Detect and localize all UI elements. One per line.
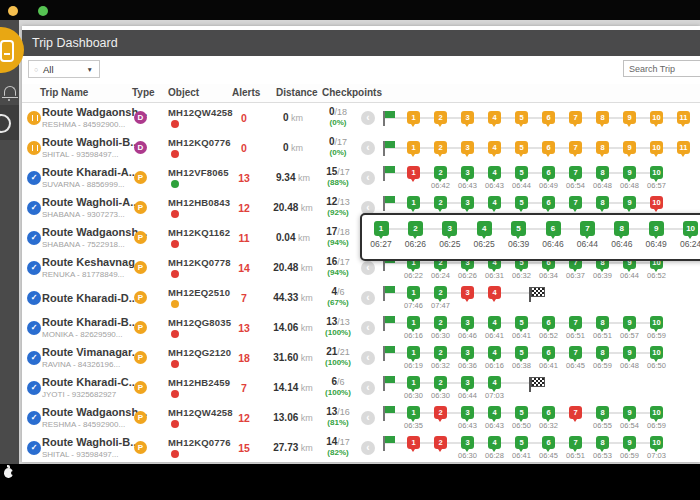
checkpoint-marker[interactable]: 3: [461, 346, 474, 359]
checkpoint-marker[interactable]: 2: [434, 111, 447, 124]
checkpoint-marker[interactable]: 10: [650, 436, 663, 449]
checkpoint-marker[interactable]: 8: [596, 111, 609, 124]
checkpoint-marker[interactable]: 2: [434, 376, 447, 389]
checkpoint-marker[interactable]: 5: [515, 111, 528, 124]
checkpoint-marker[interactable]: 8: [596, 166, 609, 179]
checkpoint-marker[interactable]: 8: [596, 196, 609, 209]
checkpoint-marker[interactable]: 10: [650, 141, 663, 154]
checkpoint-marker[interactable]: 4: [488, 376, 501, 389]
checkpoint-marker[interactable]: 11: [677, 111, 690, 124]
checkpoint-marker[interactable]: 3: [461, 141, 474, 154]
checkpoint-marker-zoomed[interactable]: 2: [408, 221, 423, 236]
checkpoint-marker[interactable]: 8: [596, 436, 609, 449]
checkpoint-marker[interactable]: 9: [623, 346, 636, 359]
sidebar-item-selected[interactable]: [0, 105, 19, 140]
checkpoint-marker[interactable]: 9: [623, 316, 636, 329]
zoom-button-icon[interactable]: [38, 6, 48, 16]
checkpoint-marker[interactable]: 4: [488, 406, 501, 419]
checkpoint-marker[interactable]: 1: [407, 141, 420, 154]
trip-row[interactable]: ✓Route Kharadi-A...SUVARNA - 8856999...P…: [22, 163, 700, 194]
checkpoint-marker[interactable]: 3: [461, 111, 474, 124]
checkpoint-marker[interactable]: 5: [515, 166, 528, 179]
trip-row[interactable]: ✓Route Wagholi-B...SHITAL - 93598497...P…: [22, 433, 700, 462]
checkpoint-marker[interactable]: 6: [542, 406, 555, 419]
checkpoint-marker[interactable]: 3: [461, 376, 474, 389]
checkpoint-marker[interactable]: 7: [569, 141, 582, 154]
checkpoint-marker-zoomed[interactable]: 4: [477, 221, 492, 236]
checkpoint-marker[interactable]: 8: [596, 141, 609, 154]
checkpoint-marker[interactable]: 2: [434, 406, 447, 419]
checkpoint-marker[interactable]: 8: [596, 406, 609, 419]
app-logo[interactable]: [0, 27, 24, 73]
checkpoint-marker[interactable]: 7: [569, 346, 582, 359]
checkpoint-marker[interactable]: 2: [434, 141, 447, 154]
checkpoint-marker[interactable]: 2: [434, 436, 447, 449]
checkpoint-marker-zoomed[interactable]: 8: [614, 221, 629, 236]
trip-row[interactable]: Route Wadgaonsh...RESHMA - 84592900...DM…: [22, 103, 700, 134]
trip-row[interactable]: ✓Route Kharadi-C...JYOTI - 9325682927PMH…: [22, 373, 700, 404]
checkpoint-marker[interactable]: 1: [407, 406, 420, 419]
checkpoint-marker[interactable]: 7: [569, 166, 582, 179]
minimize-button-icon[interactable]: [8, 6, 18, 16]
checkpoint-marker[interactable]: 9: [623, 166, 636, 179]
checkpoint-marker[interactable]: 7: [569, 111, 582, 124]
checkpoint-marker-zoomed[interactable]: 9: [649, 221, 664, 236]
checkpoint-marker[interactable]: 2: [434, 346, 447, 359]
checkpoint-marker[interactable]: 2: [434, 286, 447, 299]
checkpoint-marker[interactable]: 4: [488, 196, 501, 209]
checkpoint-marker[interactable]: 10: [650, 111, 663, 124]
checkpoint-marker[interactable]: 10: [650, 196, 663, 209]
checkpoint-marker[interactable]: 10: [650, 316, 663, 329]
checkpoint-marker[interactable]: 6: [542, 141, 555, 154]
checkpoint-marker[interactable]: 1: [407, 196, 420, 209]
trip-row[interactable]: ✓Route Vimanagar...RAVINA - 84326196...P…: [22, 343, 700, 374]
checkpoint-marker-zoomed[interactable]: 3: [442, 221, 457, 236]
checkpoint-marker-zoomed[interactable]: 10: [683, 221, 698, 236]
checkpoint-marker[interactable]: 4: [488, 346, 501, 359]
checkpoint-marker[interactable]: 9: [623, 406, 636, 419]
trip-row[interactable]: ✓Route Kharadi-D...PMH12EQ2510744.33 km4…: [22, 283, 700, 314]
checkpoint-marker[interactable]: 3: [461, 406, 474, 419]
trip-row[interactable]: ✓Route Wadgaonsh...RESHMA - 84592900...P…: [22, 403, 700, 434]
checkpoint-marker[interactable]: 4: [488, 436, 501, 449]
checkpoint-marker[interactable]: 2: [434, 166, 447, 179]
checkpoint-marker[interactable]: 6: [542, 346, 555, 359]
checkpoint-marker[interactable]: 5: [515, 346, 528, 359]
checkpoint-marker[interactable]: 5: [515, 196, 528, 209]
checkpoint-marker[interactable]: 1: [407, 111, 420, 124]
checkpoint-marker[interactable]: 9: [623, 196, 636, 209]
checkpoint-marker[interactable]: 9: [623, 436, 636, 449]
checkpoint-marker[interactable]: 3: [461, 196, 474, 209]
checkpoint-marker[interactable]: 5: [515, 141, 528, 154]
checkpoint-marker-zoomed[interactable]: 6: [546, 221, 561, 236]
checkpoint-marker[interactable]: 10: [650, 346, 663, 359]
checkpoint-marker[interactable]: 7: [569, 406, 582, 419]
checkpoint-marker[interactable]: 9: [623, 111, 636, 124]
checkpoint-marker[interactable]: 2: [434, 316, 447, 329]
search-trip-input[interactable]: [623, 60, 700, 77]
checkpoint-marker-zoomed[interactable]: 7: [580, 221, 595, 236]
checkpoint-marker[interactable]: 6: [542, 111, 555, 124]
checkpoint-marker[interactable]: 6: [542, 166, 555, 179]
checkpoint-marker[interactable]: 3: [461, 436, 474, 449]
checkpoint-marker[interactable]: 1: [407, 166, 420, 179]
checkpoint-marker[interactable]: 4: [488, 316, 501, 329]
trip-row[interactable]: Route Wagholi-B...SHITAL - 93598497...DM…: [22, 133, 700, 164]
trip-filter-dropdown[interactable]: ○ All ▼: [28, 60, 100, 78]
checkpoint-marker[interactable]: 6: [542, 436, 555, 449]
checkpoint-marker[interactable]: 2: [434, 196, 447, 209]
checkpoint-marker[interactable]: 5: [515, 316, 528, 329]
checkpoint-marker[interactable]: 1: [407, 376, 420, 389]
checkpoint-marker-zoomed[interactable]: 5: [511, 221, 526, 236]
checkpoint-marker[interactable]: 6: [542, 196, 555, 209]
checkpoint-marker[interactable]: 4: [488, 166, 501, 179]
checkpoint-marker[interactable]: 1: [407, 286, 420, 299]
checkpoint-marker[interactable]: 3: [461, 316, 474, 329]
checkpoint-marker[interactable]: 1: [407, 316, 420, 329]
checkpoint-marker[interactable]: 5: [515, 406, 528, 419]
checkpoint-marker[interactable]: 8: [596, 346, 609, 359]
checkpoint-marker[interactable]: 1: [407, 436, 420, 449]
checkpoint-marker[interactable]: 7: [569, 196, 582, 209]
checkpoint-marker[interactable]: 10: [650, 166, 663, 179]
checkpoint-marker[interactable]: 10: [650, 406, 663, 419]
